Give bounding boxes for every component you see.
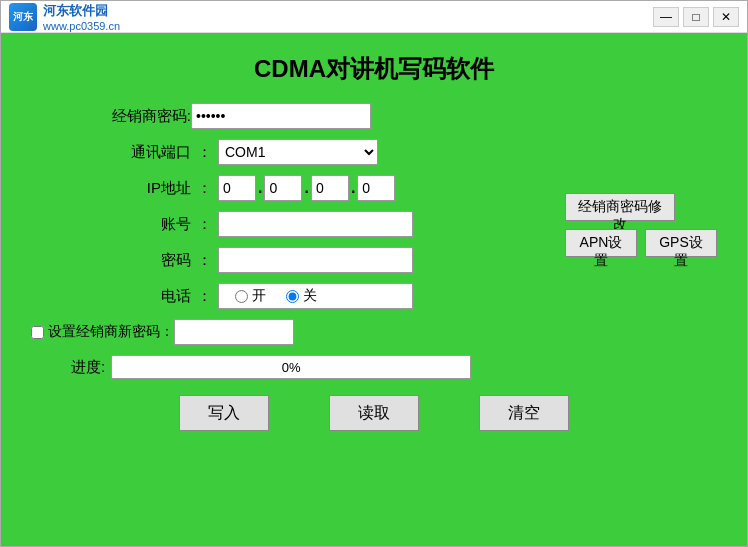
progress-label: 进度: <box>71 358 105 377</box>
read-button[interactable]: 读取 <box>329 395 419 431</box>
ip-part-2[interactable] <box>264 175 302 201</box>
set-pw-row: 设置经销商新密码： <box>1 319 747 345</box>
maximize-button[interactable]: □ <box>683 7 709 27</box>
password-colon: ： <box>197 251 212 270</box>
ip-part-1[interactable] <box>218 175 256 201</box>
password-row: 密码 ： <box>101 247 717 273</box>
port-label: 通讯端口 <box>101 143 191 162</box>
phone-off-label: 关 <box>303 287 317 305</box>
content-area: CDMA对讲机写码软件 经销商密码修改 APN设置 GPS设置 经销商密码: 通… <box>1 33 747 546</box>
account-input[interactable] <box>218 211 413 237</box>
phone-row: 电话 ： 开 关 <box>101 283 717 309</box>
set-pw-checkbox[interactable] <box>31 326 44 339</box>
minimize-button[interactable]: — <box>653 7 679 27</box>
password-input[interactable] <box>218 247 413 273</box>
ip-label: IP地址 <box>101 179 191 198</box>
logo-brand: 河东软件园 www.pc0359.cn <box>43 2 120 32</box>
phone-label: 电话 <box>101 287 191 306</box>
phone-off-option[interactable]: 关 <box>286 287 317 305</box>
logo-title: 河东软件园 <box>43 2 120 20</box>
phone-radio-group: 开 关 <box>218 283 413 309</box>
account-row: 账号 ： <box>101 211 717 237</box>
close-button[interactable]: ✕ <box>713 7 739 27</box>
phone-on-option[interactable]: 开 <box>235 287 266 305</box>
dealer-pw-row: 经销商密码: <box>101 103 717 129</box>
ip-part-4[interactable] <box>357 175 395 201</box>
phone-colon: ： <box>197 287 212 306</box>
progress-row: 进度: 0% <box>1 355 747 379</box>
ip-dot-2: . <box>304 179 308 197</box>
ip-colon: ： <box>197 179 212 198</box>
content-wrapper: 经销商密码修改 APN设置 GPS设置 经销商密码: 通讯端口 ： COM <box>1 103 747 546</box>
ip-dot-3: . <box>351 179 355 197</box>
password-label: 密码 <box>101 251 191 270</box>
write-button[interactable]: 写入 <box>179 395 269 431</box>
dealer-pw-label: 经销商密码: <box>101 107 191 126</box>
progress-bar: 0% <box>111 355 471 379</box>
window-controls: — □ ✕ <box>653 7 739 27</box>
form-area: 经销商密码: 通讯端口 ： COM1 COM2 COM3 COM4 <box>1 103 747 319</box>
port-colon: ： <box>197 143 212 162</box>
ip-row: IP地址 ： . . . <box>101 175 717 201</box>
titlebar: 河东 河东软件园 www.pc0359.cn — □ ✕ <box>1 1 747 33</box>
action-buttons: 写入 读取 清空 <box>1 395 747 431</box>
ip-part-3[interactable] <box>311 175 349 201</box>
new-pw-input[interactable] <box>174 319 294 345</box>
ip-dot-1: . <box>258 179 262 197</box>
progress-text: 0% <box>282 360 301 375</box>
account-colon: ： <box>197 215 212 234</box>
clear-button[interactable]: 清空 <box>479 395 569 431</box>
ip-group: . . . <box>218 175 395 201</box>
dealer-pw-input[interactable] <box>191 103 371 129</box>
app-title: CDMA对讲机写码软件 <box>254 53 494 85</box>
phone-off-radio[interactable] <box>286 290 299 303</box>
phone-on-radio[interactable] <box>235 290 248 303</box>
logo-url: www.pc0359.cn <box>43 20 120 32</box>
account-label: 账号 <box>101 215 191 234</box>
set-pw-label: 设置经销商新密码： <box>48 323 174 341</box>
port-select[interactable]: COM1 COM2 COM3 COM4 <box>218 139 378 165</box>
port-row: 通讯端口 ： COM1 COM2 COM3 COM4 <box>101 139 717 165</box>
app-logo-icon: 河东 <box>9 3 37 31</box>
phone-on-label: 开 <box>252 287 266 305</box>
logo-area: 河东 河东软件园 www.pc0359.cn <box>9 2 120 32</box>
main-window: 河东 河东软件园 www.pc0359.cn — □ ✕ CDMA对讲机写码软件… <box>0 0 748 547</box>
